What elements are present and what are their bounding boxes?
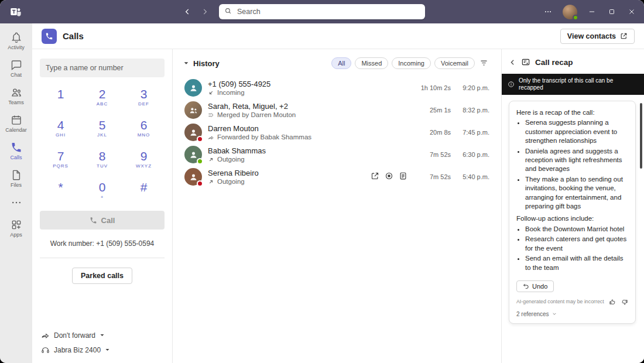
thumbs-down-icon [621,299,628,306]
search-box[interactable] [219,4,425,19]
recap-bullet: Serena suggests planning a customer appr… [525,118,628,145]
avatar [184,146,202,163]
recap-bullet: Book the Downtown Marriot hotel [525,225,628,234]
transcript-icon [399,172,407,180]
divider [40,258,165,258]
call-button-label: Call [101,216,115,225]
call-duration: 7m 52s [417,173,451,180]
content-area: Calls View contacts 1 2ABC 3DEF 4GHI [32,23,644,363]
call-history-row[interactable]: +1 (509) 555-4925 Incoming 1h 10m 2s 9:2… [173,77,501,99]
thumbs-down-button[interactable] [621,299,628,306]
minimize-button[interactable] [582,0,602,23]
rail-item-apps[interactable]: Apps [0,214,32,242]
incoming-call-icon [208,90,214,96]
filter-incoming[interactable]: Incoming [392,57,431,69]
search-icon [224,6,232,17]
filter-missed[interactable]: Missed [355,57,388,69]
rail-item-more[interactable] [0,192,32,214]
recap-bullet-list: Serena suggests planning a customer appr… [516,118,628,211]
call-detail: Incoming [208,89,411,96]
call-history-row[interactable]: Sarah, Reta, Miguel, +2 Merged by Darren… [173,99,501,121]
scrollbar-thumb[interactable] [640,103,642,169]
user-avatar[interactable] [563,5,577,19]
rail-label: Activity [8,45,25,50]
parked-calls-button[interactable]: Parked calls [72,268,132,284]
dialpad-panel: 1 2ABC 3DEF 4GHI 5JKL 6MNO 7PQRS 8TUV 9W… [32,49,173,363]
filter-sort-button[interactable] [478,57,489,69]
references-label: 2 references [516,311,549,317]
recap-card: Here is a recap of the call: Serena sugg… [509,101,636,324]
rail-item-chat[interactable]: Chat [0,54,32,82]
avatar [184,79,202,97]
dialpad-key-8[interactable]: 8TUV [81,144,123,175]
view-contacts-button[interactable]: View contacts [560,29,635,44]
external-link-icon [620,32,628,40]
call-button[interactable]: Call [40,211,165,230]
chevron-down-icon [552,311,557,316]
dialpad-key-3[interactable]: 3DEF [123,82,165,113]
audio-device-setting[interactable]: Jabra Biz 2400 [40,343,165,357]
call-history-row[interactable]: Serena Ribeiro Outgoing [173,166,501,188]
undo-icon [523,283,529,289]
dialpad-key-hash[interactable]: # [123,175,165,206]
call-history-row[interactable]: Darren Mouton Forwarded by Babak Shammas… [173,121,501,143]
filter-all[interactable]: All [331,57,351,69]
dial-input[interactable] [40,59,165,77]
close-button[interactable] [622,0,642,23]
calendar-icon [11,114,22,126]
recap-notice: Only the transcript of this call can be … [502,74,644,95]
person-icon [189,83,198,93]
ellipsis-icon [11,197,22,208]
merged-call-icon [208,112,214,118]
call-recap-icon [521,57,530,67]
recap-bullet: They make a plan to sending out invitati… [525,175,628,211]
rail-item-teams[interactable]: Teams [0,82,32,109]
recap-back-button[interactable] [509,59,516,66]
references-toggle[interactable]: 2 references [516,311,557,317]
recording-button[interactable] [385,172,393,182]
undo-button[interactable]: Undo [516,280,554,292]
undo-label: Undo [532,283,547,290]
dialpad-key-6[interactable]: 6MNO [123,113,165,144]
history-section-toggle[interactable]: History [183,59,220,68]
call-history-row[interactable]: Babak Shammas Outgoing 7m 52s 6:30 p.m. [173,143,501,166]
recap-bullet: Send an email with all the details to th… [525,254,628,272]
more-options-button[interactable] [538,0,558,23]
dialpad-key-star[interactable]: * [40,175,81,206]
dialpad-key-7[interactable]: 7PQRS [40,144,81,175]
call-duration: 1h 10m 2s [417,84,451,91]
dialpad-key-9[interactable]: 9WXYZ [123,144,165,175]
thumbs-up-button[interactable] [609,299,616,306]
call-name: Sarah, Reta, Miguel, +2 [208,102,411,111]
dialpad-key-4[interactable]: 4GHI [40,113,81,144]
presence-busy-dot [197,136,203,142]
rail-item-calls[interactable]: Calls [0,137,32,165]
presence-busy-dot [197,180,203,187]
filter-voicemail[interactable]: Voicemail [434,57,475,69]
rail-item-files[interactable]: Files [0,165,32,192]
chat-icon [11,59,22,71]
dialpad-key-0[interactable]: 0+ [81,175,123,206]
transcript-button[interactable] [399,172,407,182]
search-input[interactable] [236,7,420,16]
call-time: 6:30 p.m. [457,151,489,158]
dialpad-key-2[interactable]: 2ABC [81,82,123,113]
rail-item-activity[interactable]: Activity [0,27,32,54]
phone-icon [11,142,22,153]
dialpad-key-5[interactable]: 5JKL [81,113,123,144]
forward-button[interactable] [197,4,213,19]
audio-device-label: Jabra Biz 2400 [54,346,101,354]
teams-logo-icon[interactable] [9,5,22,18]
call-time: 8:32 p.m. [457,107,489,114]
rail-item-calendar[interactable]: Calendar [0,109,32,137]
call-artifacts [371,172,407,182]
open-call-details-button[interactable] [371,172,379,182]
app-rail: Activity Chat Teams Calendar Calls Files [0,23,32,363]
maximize-button[interactable] [602,0,622,23]
calls-app-icon [42,29,57,44]
call-recap-panel: Call recap Only the transcript of this c… [502,49,644,363]
dialpad-key-1[interactable]: 1 [40,82,81,113]
recap-notice-text: Only the transcript of this call can be … [519,77,638,91]
forwarding-setting[interactable]: Don't forward [40,328,165,343]
back-button[interactable] [179,4,196,19]
